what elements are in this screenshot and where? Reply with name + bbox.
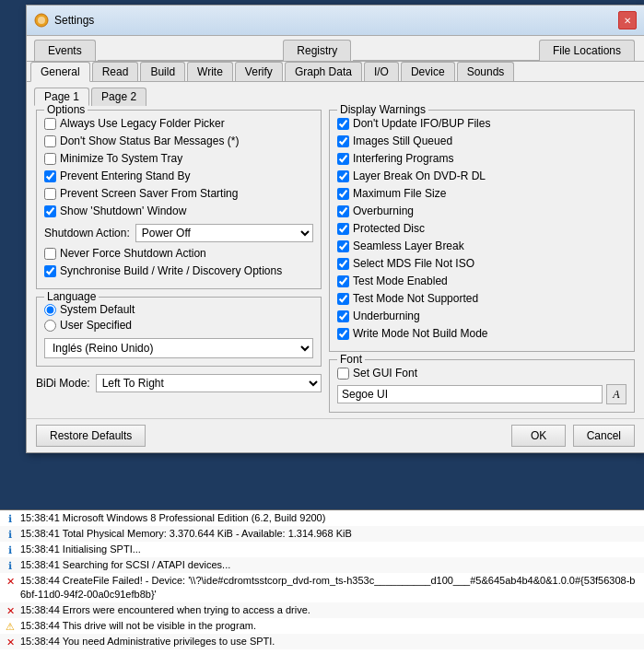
- page-tab-bar: Page 1 Page 2: [27, 82, 644, 110]
- warn-test-mode-not-supported: Test Mode Not Supported: [337, 291, 626, 306]
- option-never-force-shutdown-checkbox[interactable]: [44, 248, 56, 260]
- log-area: ℹ 15:38:41 Microsoft Windows 8 Professio…: [0, 509, 644, 666]
- log-text-5: 15:38:44 Errors were encountered when tr…: [20, 603, 310, 617]
- option-show-shutdown-label: Show 'Shutdown' Window: [60, 204, 186, 217]
- log-entry-1: ℹ 15:38:41 Total Physical Memory: 3.370.…: [0, 526, 644, 542]
- warn-overburning-checkbox[interactable]: [337, 205, 349, 217]
- option-legacy-folder-checkbox[interactable]: [44, 118, 56, 130]
- restore-defaults-button[interactable]: Restore Defaults: [36, 425, 146, 447]
- font-input-row: A: [337, 384, 626, 404]
- warn-overburning: Overburning: [337, 204, 626, 218]
- option-minimize-tray-checkbox[interactable]: [44, 153, 56, 165]
- warn-write-mode-checkbox[interactable]: [337, 328, 349, 340]
- tab-io[interactable]: I/O: [364, 62, 399, 81]
- warn-test-mode-not-supported-checkbox[interactable]: [337, 293, 349, 305]
- option-show-shutdown-checkbox[interactable]: [44, 205, 56, 217]
- font-group-title: Font: [337, 353, 365, 366]
- warn-layer-break-checkbox[interactable]: [337, 170, 349, 182]
- warn-interfering: Interfering Programs: [337, 151, 626, 166]
- font-set-gui-font-checkbox[interactable]: [337, 368, 349, 380]
- bottom-bar: Restore Defaults OK Cancel: [27, 418, 644, 452]
- option-sync-build-write: Synchronise Build / Write / Discovery Op…: [44, 263, 313, 278]
- tab-file-locations[interactable]: File Locations: [539, 40, 635, 61]
- radio-user-specified-input[interactable]: [44, 320, 56, 332]
- warn-interfering-checkbox[interactable]: [337, 153, 349, 165]
- tab-sounds[interactable]: Sounds: [457, 62, 515, 81]
- log-text-1: 15:38:41 Total Physical Memory: 3.370.64…: [20, 527, 352, 541]
- warn-max-file-size-label: Maximum File Size: [353, 187, 446, 200]
- tab-device[interactable]: Device: [401, 62, 455, 81]
- log-text-6: 15:38:44 This drive will not be visible …: [20, 619, 256, 633]
- language-dropdown[interactable]: Inglés (Reino Unido): [44, 338, 313, 358]
- options-group-title: Options: [44, 103, 88, 116]
- right-panel: Display Warnings Don't Update IFO/BUP Fi…: [329, 110, 635, 413]
- tab-build[interactable]: Build: [140, 62, 185, 81]
- ok-button[interactable]: OK: [511, 425, 566, 447]
- close-button[interactable]: ✕: [618, 11, 637, 29]
- option-no-status-msg-label: Don't Show Status Bar Messages (*): [60, 134, 239, 147]
- option-sync-build-write-checkbox[interactable]: [44, 265, 56, 277]
- display-warnings-group: Display Warnings Don't Update IFO/BUP Fi…: [329, 110, 635, 352]
- warn-no-update-ifo-label: Don't Update IFO/BUP Files: [353, 117, 490, 130]
- log-icon-info-2: ℹ: [4, 543, 17, 556]
- log-entry-3: ℹ 15:38:41 Searching for SCSI / ATAPI de…: [0, 557, 644, 573]
- tab-graph-data[interactable]: Graph Data: [285, 62, 362, 81]
- font-name-input[interactable]: [337, 385, 603, 403]
- option-prevent-screensaver-checkbox[interactable]: [44, 188, 56, 200]
- bidi-select[interactable]: Left To Right Right To Left Auto: [96, 374, 322, 392]
- option-no-status-msg: Don't Show Status Bar Messages (*): [44, 134, 313, 148]
- language-group-title: Language: [44, 290, 99, 303]
- app-icon: [34, 13, 49, 28]
- warn-images-queued: Images Still Queued: [337, 134, 626, 148]
- log-icon-info-3: ℹ: [4, 559, 17, 572]
- warn-mds-not-iso-checkbox[interactable]: [337, 258, 349, 270]
- log-text-2: 15:38:41 Initialising SPTI...: [20, 543, 141, 556]
- shutdown-action-row: Shutdown Action: Power Off Restart Hiber…: [44, 224, 313, 242]
- warn-overburning-label: Overburning: [353, 204, 414, 217]
- radio-system-default-label: System Default: [60, 303, 135, 316]
- radio-system-default: System Default: [44, 303, 313, 316]
- warn-test-mode-enabled-checkbox[interactable]: [337, 275, 349, 287]
- window-title: Settings: [54, 14, 94, 27]
- tab-page2[interactable]: Page 2: [91, 88, 146, 106]
- warn-protected-disc-checkbox[interactable]: [337, 223, 349, 235]
- warn-max-file-size-checkbox[interactable]: [337, 188, 349, 200]
- font-set-gui-font-label: Set GUI Font: [353, 367, 417, 380]
- log-entry-5: ✕ 15:38:44 Errors were encountered when …: [0, 602, 644, 618]
- warn-images-queued-checkbox[interactable]: [337, 135, 349, 147]
- radio-user-specified-label: User Specified: [60, 319, 132, 332]
- tab-events[interactable]: Events: [34, 40, 96, 61]
- radio-system-default-input[interactable]: [44, 304, 56, 316]
- main-tab-bar: Events Registry File Locations: [27, 36, 644, 62]
- option-no-status-msg-checkbox[interactable]: [44, 135, 56, 147]
- title-bar-left: Settings: [34, 13, 94, 28]
- warn-max-file-size: Maximum File Size: [337, 186, 626, 201]
- option-never-force-shutdown-label: Never Force Shutdown Action: [60, 247, 206, 260]
- shutdown-action-select[interactable]: Power Off Restart Hibernate None: [135, 224, 313, 242]
- left-panel: Options Always Use Legacy Folder Picker …: [36, 110, 322, 413]
- option-legacy-folder: Always Use Legacy Folder Picker: [44, 116, 313, 131]
- tab-verify[interactable]: Verify: [235, 62, 283, 81]
- font-picker-button[interactable]: A: [606, 384, 626, 404]
- tab-registry[interactable]: Registry: [283, 40, 351, 61]
- warn-underburning-checkbox[interactable]: [337, 310, 349, 322]
- font-set-gui-font: Set GUI Font: [337, 366, 626, 380]
- log-entry-4: ✕ 15:38:44 CreateFile Failed! - Device: …: [0, 573, 644, 602]
- log-entry-0: ℹ 15:38:41 Microsoft Windows 8 Professio…: [0, 510, 644, 526]
- warn-no-update-ifo-checkbox[interactable]: [337, 118, 349, 130]
- warn-test-mode-enabled-label: Test Mode Enabled: [353, 275, 448, 287]
- log-entry-6: ⚠ 15:38:44 This drive will not be visibl…: [0, 618, 644, 634]
- bidi-row: BiDi Mode: Left To Right Right To Left A…: [36, 374, 322, 392]
- warn-seamless-layer-checkbox[interactable]: [337, 240, 349, 252]
- ok-cancel-group: OK Cancel: [511, 425, 635, 447]
- tab-read[interactable]: Read: [92, 62, 139, 81]
- tab-general[interactable]: General: [30, 62, 90, 82]
- warn-test-mode-not-supported-label: Test Mode Not Supported: [353, 292, 478, 305]
- cancel-button[interactable]: Cancel: [573, 425, 635, 447]
- log-icon-warning-0: ⚠: [4, 620, 17, 633]
- log-entry-7: ✕ 15:38:44 You need Administrative privi…: [0, 634, 644, 649]
- log-icon-error-2: ✕: [4, 636, 17, 648]
- options-group: Options Always Use Legacy Folder Picker …: [36, 110, 322, 289]
- tab-write[interactable]: Write: [187, 62, 233, 81]
- option-prevent-standby-checkbox[interactable]: [44, 170, 56, 182]
